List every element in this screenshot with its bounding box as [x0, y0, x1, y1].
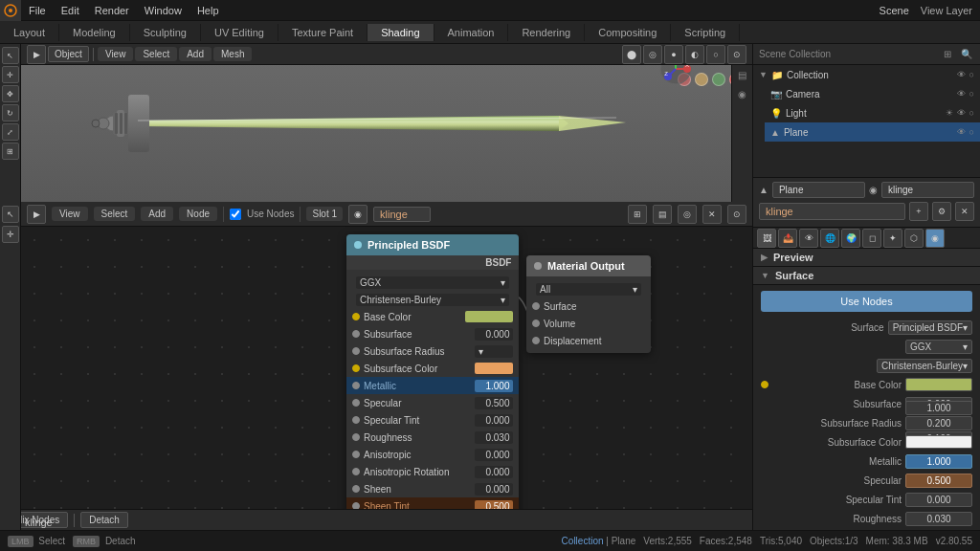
ne-node-btn[interactable]: Node [179, 207, 217, 221]
outliner-search-btn[interactable]: 🔍 [959, 47, 974, 62]
bsdf-aniso-rot-value[interactable]: 0.000 [475, 466, 513, 478]
prop-roughness-row[interactable]: Roughness 0.030 [753, 509, 980, 528]
props-tab-object[interactable]: ◻ [862, 229, 881, 248]
prop-base-color-row[interactable]: Base Color [753, 375, 980, 394]
tab-animation[interactable]: Animation [434, 24, 509, 41]
vp-xray-btn[interactable]: ◎ [643, 45, 662, 64]
vp-solid-shade[interactable]: ● [664, 45, 683, 64]
outliner-item-light[interactable]: 💡 Light ☀ 👁 ○ [765, 103, 980, 122]
outliner-plane-render[interactable]: ○ [969, 127, 974, 137]
prop-surface-row[interactable]: Surface Principled BSDF ▾ [753, 318, 980, 337]
prop-sub-color-swatch[interactable] [905, 435, 972, 449]
vp-mesh-btn[interactable]: Mesh [213, 47, 252, 61]
vp-transform-tool[interactable]: ⊞ [2, 143, 19, 160]
output-volume-row[interactable]: Volume [526, 315, 651, 332]
ne-tool-2[interactable]: ✛ [2, 226, 19, 243]
bsdf-roughness-value[interactable]: 0.030 [475, 431, 513, 444]
vp-cursor-tool[interactable]: ✛ [2, 66, 19, 83]
ne-material-icon[interactable]: ◉ [348, 205, 368, 224]
bsdf-base-color-swatch[interactable] [465, 311, 513, 322]
outliner-item-camera[interactable]: 📷 Camera 👁 ○ [765, 84, 980, 103]
vp-select-btn[interactable]: Select [135, 47, 177, 61]
bsdf-specular-row[interactable]: Specular 0.500 [346, 394, 519, 411]
tab-uv-editing[interactable]: UV Editing [201, 24, 278, 41]
ne-material-name[interactable]: klinge [373, 207, 431, 222]
menu-window[interactable]: Window [137, 3, 189, 18]
props-tab-scene[interactable]: 🌐 [820, 229, 839, 248]
material-del-btn[interactable]: ✕ [955, 202, 974, 221]
vp-overlay-btn[interactable]: ⬤ [622, 45, 641, 64]
sb-detach[interactable]: RMB Detach [73, 536, 135, 546]
output-displacement-row[interactable]: Displacement [526, 332, 651, 349]
prop-sub-radius-row[interactable]: Subsurface Radius 1.000 0.200 0.100 [753, 413, 980, 432]
bsdf-aniso-value[interactable]: 0.000 [475, 449, 513, 461]
prop-sub-radius-v1[interactable]: 1.000 [905, 401, 972, 415]
ne-view-btn[interactable]: View [52, 207, 88, 221]
bsdf-spec-tint-row[interactable]: Specular Tint 0.000 [346, 411, 519, 429]
prop-base-color-swatch[interactable] [905, 378, 972, 391]
ne-use-nodes-checkbox[interactable] [230, 209, 241, 220]
tab-modeling[interactable]: Modeling [59, 24, 130, 41]
bsdf-specular-value[interactable]: 0.500 [475, 397, 513, 409]
app-logo[interactable] [0, 0, 21, 21]
ne-toolbar-icon5[interactable]: ⊙ [727, 205, 746, 224]
ne-slot-selector[interactable]: Slot 1 [306, 207, 343, 221]
outliner-item-collection[interactable]: ▼ 📁 Collection 👁 ○ [753, 65, 980, 84]
material-name-display[interactable]: klinge [759, 203, 905, 220]
vp-add-btn[interactable]: Add [179, 47, 212, 61]
shading-render-btn[interactable] [712, 73, 725, 86]
surface-section-header[interactable]: ▼ Surface [753, 267, 980, 285]
ne-select-btn[interactable]: Select [94, 207, 136, 221]
bsdf-base-color-row[interactable]: Base Color [346, 308, 519, 325]
bsdf-sub-radius-row[interactable]: Subsurface Radius ▾ [346, 342, 519, 360]
ne-toolbar-icon2[interactable]: ▤ [653, 205, 672, 224]
node-canvas[interactable]: Principled BSDF BSDF GGX ▾ Christensen-B… [21, 227, 752, 530]
bsdf-spec-tint-value[interactable]: 0.000 [475, 414, 513, 427]
vp-mat-shade[interactable]: ◐ [685, 45, 704, 64]
ne-mode-icon[interactable]: ▶ [27, 205, 46, 224]
prop-ggx-value[interactable]: GGX ▾ [905, 340, 972, 354]
vp-scale-tool[interactable]: ⤢ [2, 123, 19, 141]
bsdf-metallic-value[interactable]: 1.000 [475, 380, 513, 392]
outliner-light-render[interactable]: ○ [969, 108, 974, 118]
bsdf-subsurface-method-row[interactable]: Christensen-Burley ▾ [346, 291, 519, 308]
menu-file[interactable]: File [21, 3, 54, 18]
tab-texture-paint[interactable]: Texture Paint [278, 24, 368, 41]
principled-bsdf-node[interactable]: Principled BSDF BSDF GGX ▾ Christensen-B… [346, 234, 519, 530]
vp-props-icon-3[interactable]: ◉ [734, 85, 751, 102]
prop-sub-radius-v2[interactable]: 0.200 [905, 416, 972, 430]
menu-help[interactable]: Help [189, 3, 227, 18]
output-dropdown-row[interactable]: All ▾ [526, 280, 651, 298]
props-tab-physics[interactable]: ⬡ [904, 229, 924, 248]
tab-sculpting[interactable]: Sculpting [130, 24, 201, 41]
vp-move-tool[interactable]: ✥ [2, 85, 19, 102]
vp-view-btn[interactable]: View [98, 47, 134, 61]
tab-shading[interactable]: Shading [368, 24, 434, 41]
bsdf-sub-color-row[interactable]: Subsurface Color [346, 360, 519, 377]
ne-toolbar-icon1[interactable]: ⊞ [628, 205, 647, 224]
bsdf-metallic-row[interactable]: Metallic 1.000 [346, 377, 519, 394]
props-tab-render[interactable]: 🖼 [757, 229, 776, 248]
vp-mode-icon[interactable]: ▶ [27, 45, 46, 64]
prop-christensen-value[interactable]: Christensen-Burley ▾ [877, 359, 972, 373]
material-new-btn[interactable]: + [909, 202, 928, 221]
outliner-item-plane[interactable]: ▲ Plane 👁 ○ [765, 122, 980, 142]
menu-render[interactable]: Render [87, 3, 137, 18]
material-selector[interactable]: klinge [881, 182, 974, 198]
bsdf-aniso-rot-row[interactable]: Anisotropic Rotation 0.000 [346, 463, 519, 480]
bsdf-distribution-row[interactable]: GGX ▾ [346, 274, 519, 291]
menu-edit[interactable]: Edit [54, 3, 87, 18]
outliner-light-eye[interactable]: 👁 [957, 108, 966, 118]
prop-christensen-row[interactable]: Christensen-Burley ▾ [753, 356, 980, 375]
outliner-plane-eye[interactable]: 👁 [957, 127, 966, 137]
bsdf-sheen-row[interactable]: Sheen 0.000 [346, 480, 519, 497]
tab-compositing[interactable]: Compositing [585, 24, 671, 41]
output-surface-row[interactable]: Surface [526, 298, 651, 315]
vp-select-tool[interactable]: ↖ [2, 47, 19, 64]
outliner-collection-render[interactable]: ○ [969, 70, 974, 79]
preview-section-header[interactable]: ▶ Preview [753, 249, 980, 267]
material-settings-btn[interactable]: ⚙ [932, 202, 951, 221]
outliner-camera-eye[interactable]: 👁 [957, 89, 966, 99]
props-tab-view[interactable]: 👁 [799, 229, 818, 248]
viewport-3d[interactable]: X Y Z [21, 44, 752, 202]
